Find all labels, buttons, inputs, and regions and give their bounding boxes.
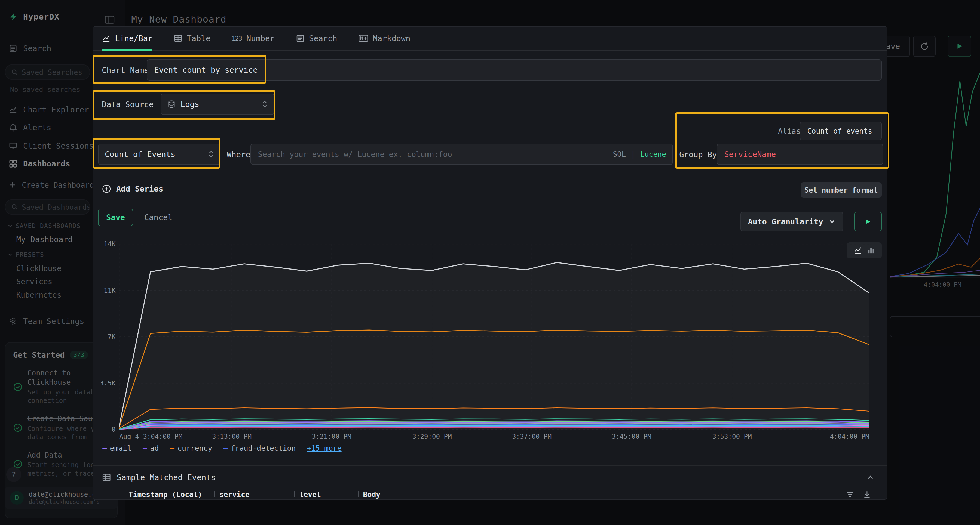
chart-name-label: Chart Name [102, 65, 149, 75]
tab-markdown[interactable]: Markdown [358, 27, 410, 50]
column-header-timestamp[interactable]: Timestamp (Local) [129, 490, 202, 499]
chart-legend: —email —ad —currency —fraud-detection +1… [102, 444, 341, 452]
legend-item[interactable]: —fraud-detection [223, 444, 296, 452]
list-icon [296, 34, 305, 43]
sql-toggle[interactable]: SQL [613, 150, 626, 158]
column-header-service[interactable]: service [220, 490, 250, 499]
run-chart-button[interactable] [854, 212, 882, 232]
alias-label: Alias [778, 127, 800, 135]
data-source-select[interactable]: Logs [161, 94, 274, 115]
updown-chevrons-icon [262, 100, 267, 108]
legend-swatch: — [102, 444, 107, 452]
cancel-button[interactable]: Cancel [144, 209, 173, 226]
chart-name-input[interactable] [147, 59, 882, 81]
tab-table[interactable]: Table [174, 27, 210, 50]
data-source-label: Data Source [102, 100, 154, 109]
column-header-level[interactable]: level [299, 490, 321, 499]
x-axis-labels: Aug 4 3:04:00 PM 3:13:00 PM 3:21:00 PM 3… [119, 433, 869, 441]
save-button[interactable]: Save [98, 209, 133, 226]
where-search-input[interactable] [250, 144, 673, 165]
where-input-wrap: SQL | Lucene [250, 144, 673, 165]
query-language-toggle: SQL | Lucene [613, 144, 666, 165]
sample-events-header[interactable]: Sample Matched Events [102, 473, 216, 482]
legend-item[interactable]: —currency [170, 444, 212, 452]
column-divider [214, 489, 215, 500]
table-icon [102, 473, 111, 482]
group-by-input[interactable] [717, 144, 883, 165]
updown-chevrons-icon [208, 150, 214, 158]
group-by-label: Group By [679, 150, 717, 159]
legend-swatch: — [223, 444, 228, 452]
chevron-down-icon [829, 218, 835, 225]
lucene-toggle[interactable]: Lucene [640, 150, 666, 158]
data-source-value: Logs [180, 100, 199, 109]
markdown-icon [358, 35, 369, 42]
y-axis-labels: 14K 11K 7K 3.5K 0 [93, 244, 116, 430]
column-divider [358, 489, 358, 500]
column-header-body[interactable]: Body [363, 490, 380, 499]
set-number-format-button[interactable]: Set number format [800, 182, 882, 198]
download-icon[interactable] [863, 490, 871, 498]
legend-swatch: — [143, 444, 147, 452]
add-series-button[interactable]: Add Series [102, 184, 163, 194]
filter-rows-icon[interactable] [846, 490, 854, 498]
app-viewport: HyperDX Search Saved Searches No saved s… [0, 0, 980, 525]
alias-input[interactable] [800, 122, 882, 140]
granularity-select[interactable]: Auto Granularity [740, 212, 843, 232]
aggregation-select[interactable]: Count of Events [98, 144, 221, 165]
chart-type-tabs: Line/Bar Table 123 Number Search [93, 27, 887, 50]
legend-swatch: — [170, 444, 175, 452]
where-label: Where [227, 150, 250, 159]
play-icon [865, 219, 871, 225]
table-icon [174, 34, 182, 43]
database-icon [167, 100, 176, 108]
legend-item[interactable]: —ad [143, 444, 159, 452]
chevron-up-icon[interactable] [867, 474, 874, 482]
column-divider [294, 489, 295, 500]
legend-more-link[interactable]: +15 more [307, 444, 342, 452]
tab-search[interactable]: Search [296, 27, 337, 50]
line-chart-icon [102, 34, 111, 43]
main-chart[interactable] [119, 244, 869, 430]
tab-number[interactable]: 123 Number [232, 27, 275, 50]
chart-edit-modal: Line/Bar Table 123 Number Search [92, 26, 888, 500]
tab-line-bar[interactable]: Line/Bar [102, 27, 153, 50]
legend-item[interactable]: —email [102, 444, 132, 452]
aggregation-value: Count of Events [105, 150, 175, 159]
number-123-icon: 123 [232, 35, 242, 42]
divider [93, 465, 887, 466]
plus-circle-icon [102, 184, 111, 194]
